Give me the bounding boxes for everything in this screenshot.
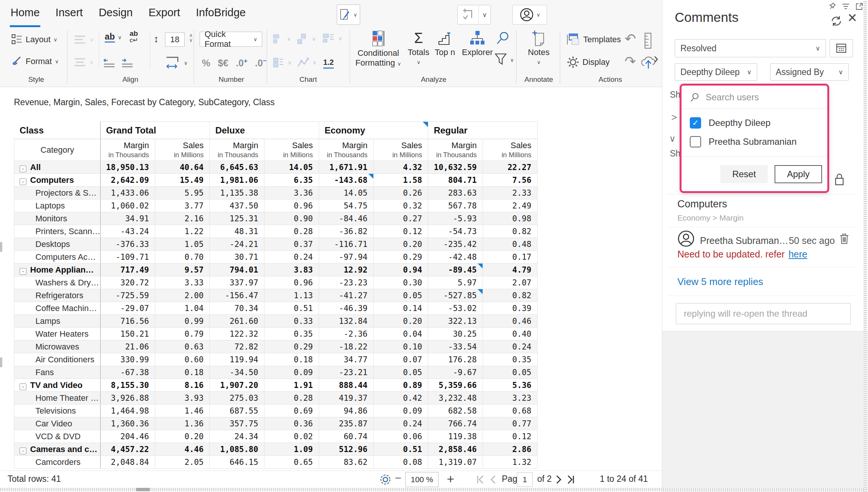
redo-icon[interactable]: ↷ (625, 54, 636, 69)
comment-flag-icon[interactable] (423, 122, 428, 127)
value-cell[interactable]: 0.63 (155, 340, 210, 353)
value-cell[interactable]: 60.74 (319, 430, 374, 443)
conditional-formatting-button[interactable]: Conditional Formatting ∨ (357, 30, 399, 68)
value-cell[interactable]: 4.79 (483, 264, 538, 276)
edit-mode-button[interactable]: ∨ (337, 5, 360, 25)
value-cell[interactable]: 0.42 (374, 392, 428, 405)
percent-format-button[interactable]: % (202, 58, 210, 69)
row-label-cell[interactable]: Monitors (14, 212, 101, 225)
value-cell[interactable]: 4,457.22 (101, 443, 155, 456)
collapse-toggle-icon[interactable]: - (20, 383, 26, 390)
value-cell[interactable]: 330.99 (101, 353, 155, 366)
row-label-cell[interactable]: Microwaves (14, 340, 101, 353)
value-cell[interactable]: 0.02 (264, 430, 319, 443)
value-cell[interactable]: 0.18 (264, 353, 319, 366)
first-page-button[interactable] (475, 475, 485, 484)
last-page-button[interactable] (566, 475, 576, 484)
value-cell[interactable]: -89.45 (428, 264, 483, 276)
decrease-indent-button[interactable] (102, 58, 116, 68)
value-cell[interactable]: 320.72 (101, 276, 155, 289)
value-cell[interactable]: 3.36 (264, 187, 319, 199)
value-cell[interactable]: 3,232.48 (428, 392, 483, 405)
value-cell[interactable]: 1.04 (155, 302, 210, 315)
value-cell[interactable]: 337.97 (210, 276, 264, 289)
value-cell[interactable]: 2,642.09 (101, 174, 155, 187)
value-cell[interactable]: -34.50 (210, 366, 264, 379)
next-page-button[interactable] (554, 475, 564, 484)
column-header-category[interactable]: Category (14, 139, 101, 161)
value-cell[interactable]: 275.03 (210, 392, 264, 405)
panel-expand-chevron-icon[interactable]: › (654, 51, 659, 67)
value-cell[interactable]: -376.33 (101, 238, 155, 251)
value-cell[interactable]: 1.09 (264, 443, 319, 456)
value-cell[interactable]: -84.46 (319, 212, 374, 225)
value-cell[interactable]: 5.95 (155, 187, 210, 199)
value-cell[interactable]: 1.05 (155, 238, 210, 251)
value-cell[interactable]: 3,926.88 (101, 392, 155, 405)
value-cell[interactable]: 0.77 (483, 417, 538, 430)
value-cell[interactable]: -43.24 (101, 225, 155, 238)
value-cell[interactable]: 3.77 (155, 199, 210, 212)
value-cell[interactable]: 94.86 (319, 405, 374, 417)
comment-flag-icon[interactable] (478, 289, 483, 294)
value-cell[interactable]: 2.07 (483, 276, 538, 289)
value-cell[interactable]: 2,048.84 (101, 456, 155, 469)
tab-design[interactable]: Design (98, 0, 133, 27)
user-checkbox[interactable] (690, 136, 701, 147)
value-cell[interactable]: 687.55 (210, 405, 264, 417)
value-cell[interactable]: 0.60 (155, 353, 210, 366)
value-cell[interactable]: 0.94 (374, 264, 428, 276)
row-label-cell[interactable]: Lamps (14, 315, 101, 328)
zoom-in-button[interactable]: + (447, 472, 454, 486)
measure-header[interactable]: Salesin Millions (155, 139, 210, 161)
value-cell[interactable]: 5,359.66 (428, 379, 483, 392)
value-cell[interactable]: 21.06 (101, 340, 155, 353)
measure-header[interactable]: Salesin Millions (264, 139, 319, 161)
measure-header[interactable]: Marginin Thousands (319, 139, 374, 161)
row-label-cell[interactable]: -Cameras and c… (14, 443, 101, 456)
value-cell[interactable]: 0.30 (374, 276, 428, 289)
value-cell[interactable]: 9.57 (155, 264, 210, 276)
measure-header[interactable]: Salesin Millions (483, 139, 538, 161)
value-cell[interactable]: -36.82 (319, 225, 374, 238)
format-painter-button[interactable]: Format ∨ (11, 56, 59, 67)
value-cell[interactable]: -18.22 (319, 340, 374, 353)
value-cell[interactable]: 1,907.20 (210, 379, 264, 392)
value-cell[interactable]: 0.33 (264, 315, 319, 328)
display-button[interactable]: Display (567, 56, 610, 69)
value-cell[interactable]: 18,950.13 (101, 161, 155, 174)
value-cell[interactable]: -42.48 (428, 251, 483, 264)
value-cell[interactable]: 437.50 (210, 199, 264, 212)
currency-format-button[interactable]: $€ (218, 58, 228, 69)
value-cell[interactable]: 6,645.63 (210, 161, 264, 174)
value-cell[interactable]: 83.62 (319, 456, 374, 469)
account-button[interactable]: ∨ (512, 5, 547, 25)
value-cell[interactable]: 0.14 (374, 302, 428, 315)
value-cell[interactable]: 0.96 (264, 199, 319, 212)
templates-button[interactable]: Templates (567, 33, 621, 46)
value-cell[interactable]: 512.96 (319, 443, 374, 456)
measure-header[interactable]: Salesin Millions (374, 139, 428, 161)
value-cell[interactable]: 419.37 (319, 392, 374, 405)
value-cell[interactable]: -24.21 (210, 238, 264, 251)
value-cell[interactable]: 2.00 (155, 289, 210, 302)
undo-icon[interactable]: ↶ (625, 31, 636, 47)
value-cell[interactable]: 122.32 (210, 328, 264, 340)
settings-gear-icon[interactable] (379, 473, 392, 486)
row-label-cell[interactable]: Computers Ac… (14, 251, 101, 264)
value-cell[interactable]: 0.35 (483, 353, 538, 366)
value-cell[interactable]: 5.36 (483, 379, 538, 392)
value-cell[interactable]: 322.13 (428, 315, 483, 328)
vertical-scrollbar[interactable] (863, 0, 867, 492)
row-label-cell[interactable]: Home Theater … (14, 392, 101, 405)
value-cell[interactable]: 70.34 (210, 302, 264, 315)
row-label-cell[interactable]: Laptops (14, 199, 101, 212)
value-cell[interactable]: -54.73 (428, 225, 483, 238)
value-cell[interactable]: 261.60 (210, 315, 264, 328)
value-cell[interactable]: 0.20 (155, 430, 210, 443)
user-option[interactable]: ✓Deepthy Dileep (682, 113, 827, 132)
search-button[interactable] (496, 31, 510, 45)
row-label-cell[interactable]: -TV and Video (14, 379, 101, 392)
apply-button[interactable]: Apply (775, 165, 822, 183)
value-cell[interactable]: 0.82 (483, 225, 538, 238)
